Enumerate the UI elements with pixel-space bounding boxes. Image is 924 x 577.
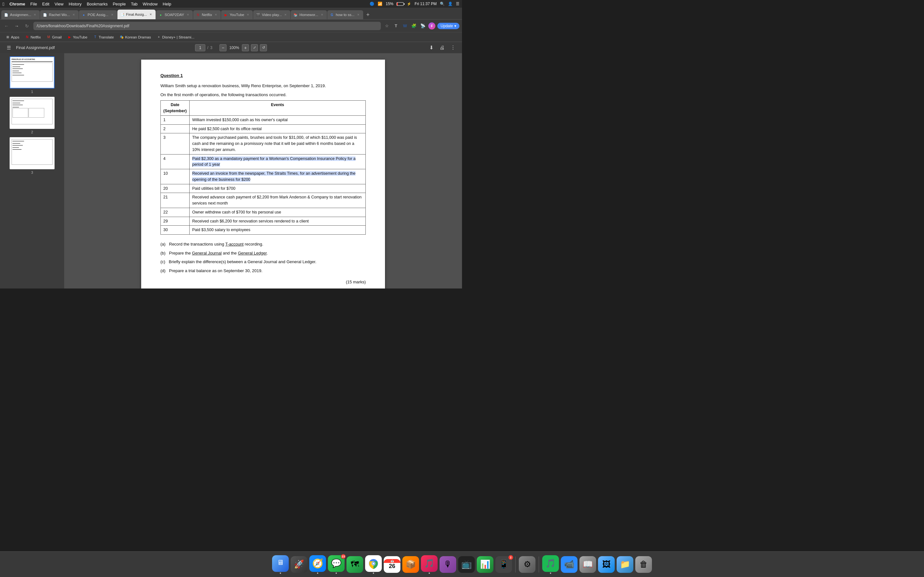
tab-google[interactable]: G how to ss... ✕ — [327, 10, 363, 19]
new-tab-button[interactable]: + — [363, 10, 373, 19]
update-button[interactable]: Update ▾ — [437, 23, 459, 29]
sub-question-b: (b) Prepare the General Journal and the … — [160, 250, 366, 256]
tab-close-icon[interactable]: ✕ — [283, 13, 288, 17]
battery-text: 15% — [386, 2, 393, 6]
control-center-icon[interactable]: ☰ — [456, 2, 459, 6]
date-cell: 4 — [161, 154, 190, 169]
tab-close-icon[interactable]: ✕ — [356, 13, 360, 17]
word-icon[interactable]: W — [401, 23, 409, 29]
tab-close-icon[interactable]: ✕ — [71, 13, 76, 17]
tab-favicon: 📚 — [293, 13, 298, 17]
question-title: Question 1 — [160, 73, 366, 79]
bookmark-translate[interactable]: T Translate — [91, 34, 116, 40]
menu-help[interactable]: Help — [163, 2, 171, 6]
app-name[interactable]: Chrome — [9, 2, 25, 6]
thumbnail-1[interactable]: PRINCIPLES OF ACCOUNTING ▬▬▬▬▬▬▬▬▬ ▬▬▬▬▬… — [2, 56, 62, 93]
reader-mode-icon[interactable]: T — [393, 23, 399, 29]
menu-history[interactable]: History — [69, 2, 81, 6]
tab-soap2day[interactable]: ● SOAP2DAY ✕ — [156, 10, 193, 19]
event-cell: Received advance cash payment of $2,200 … — [189, 193, 365, 208]
zoom-out-button[interactable]: − — [220, 44, 226, 51]
bookmark-label: YouTube — [73, 35, 87, 39]
clock: Fri 11:37 PM — [415, 2, 437, 6]
download-button[interactable]: ⬇ — [427, 44, 435, 52]
forward-button[interactable]: → — [13, 22, 21, 30]
extension-icon[interactable]: 🧩 — [410, 23, 417, 29]
bookmark-disney[interactable]: + Disney+ | Streami... — [154, 34, 196, 40]
bookmark-star-icon[interactable]: ☆ — [383, 23, 391, 29]
fit-page-button[interactable]: ⤢ — [251, 44, 258, 51]
zoom-in-button[interactable]: + — [242, 44, 249, 51]
bluetooth-icon: 🔵 — [370, 2, 375, 6]
event-cell: Owner withdrew cash of $700 for his pers… — [189, 208, 365, 217]
tab-netflix[interactable]: N Netflix ✕ — [193, 10, 221, 19]
pdf-main-content: Question 1 William Smith setup a renovat… — [64, 53, 462, 288]
search-icon[interactable]: 🔍 — [440, 2, 445, 6]
reload-button[interactable]: ↻ — [23, 22, 31, 30]
tab-close-icon[interactable]: ✕ — [33, 13, 37, 17]
event-cell: Received an invoice from the newspaper, … — [189, 169, 365, 184]
tab-rachel[interactable]: 📄 Rachel Wo... ✕ — [40, 10, 79, 19]
tab-close-icon[interactable]: ✕ — [110, 13, 115, 17]
update-label: Update — [441, 24, 453, 28]
pdf-title: Final Assignment.pdf — [16, 45, 55, 50]
menu-file[interactable]: File — [31, 2, 37, 6]
bookmark-netflix[interactable]: N Netflix — [23, 34, 43, 40]
sub-q-text-d: Prepare a trial balance as on September … — [169, 268, 262, 273]
menu-bar:  Chrome File Edit View History Bookmark… — [0, 0, 462, 8]
tab-close-icon[interactable]: ✕ — [320, 13, 325, 17]
battery-icon — [397, 2, 404, 6]
bookmark-label: Apps — [11, 35, 19, 39]
date-cell: 30 — [161, 226, 190, 235]
back-button[interactable]: ← — [3, 22, 10, 30]
pdf-page-input[interactable] — [195, 44, 205, 51]
tab-homework[interactable]: 📚 Homewor... ✕ — [291, 10, 326, 19]
tab-poe[interactable]: ● POE Assig... ✕ — [79, 10, 117, 19]
pdf-menu-icon[interactable]: ☰ — [5, 44, 12, 51]
tab-label: Rachel Wo... — [49, 13, 70, 17]
menu-tab[interactable]: Tab — [131, 2, 137, 6]
bookmark-gmail[interactable]: M Gmail — [44, 34, 64, 40]
bookmark-label: Gmail — [52, 35, 61, 39]
bookmark-apps[interactable]: ⊞ Apps — [3, 34, 21, 40]
tab-label: Netflix — [202, 13, 212, 17]
menu-bookmarks[interactable]: Bookmarks — [87, 2, 107, 6]
user-icon[interactable]: 👤 — [448, 2, 453, 6]
pdf-viewer: PRINCIPLES OF ACCOUNTING ▬▬▬▬▬▬▬▬▬ ▬▬▬▬▬… — [0, 53, 462, 288]
bookmark-youtube[interactable]: ▶ YouTube — [65, 34, 89, 40]
tab-close-icon[interactable]: ✕ — [186, 13, 190, 17]
menu-edit[interactable]: Edit — [42, 2, 49, 6]
url-input[interactable] — [33, 22, 381, 30]
menu-view[interactable]: View — [55, 2, 63, 6]
tab-final-assignment[interactable]: 📑 Final Assig... ✕ — [118, 10, 156, 19]
profile-avatar[interactable]: F — [428, 23, 435, 29]
apple-menu[interactable]:  — [3, 1, 4, 7]
pdf-sidebar: PRINCIPLES OF ACCOUNTING ▬▬▬▬▬▬▬▬▬ ▬▬▬▬▬… — [0, 53, 64, 288]
tab-video[interactable]: 🎬 Video play... ✕ — [253, 10, 290, 19]
tab-close-icon[interactable]: ✕ — [246, 13, 250, 17]
rotate-button[interactable]: ↺ — [260, 44, 267, 51]
print-button[interactable]: 🖨 — [438, 44, 446, 52]
pdf-page: Question 1 William Smith setup a renovat… — [141, 60, 385, 288]
thumbnail-3[interactable]: ▬▬▬▬▬▬▬▬▬ ▬▬▬▬▬▬ ▬▬▬▬▬▬▬▬ ▬▬▬▬▬ ▬▬▬▬▬▬▬ … — [2, 137, 62, 174]
table-row: 10 Received an invoice from the newspape… — [161, 169, 366, 184]
transactions-table: Date(September) Events 1 William investe… — [160, 100, 366, 235]
tab-close-icon[interactable]: ✕ — [214, 13, 218, 17]
bookmark-korean-dramas[interactable]: 🎭 Korean Dramas — [118, 34, 153, 40]
tab-assignments1[interactable]: 📄 Assignmen... ✕ — [1, 10, 40, 19]
thumbnail-2[interactable]: ▬▬▬▬▬▬▬▬▬ ▬▬▬▬▬▬ ▬▬▬▬▬▬▬▬ ▬▬▬▬▬ 2 — [2, 97, 62, 134]
menu-window[interactable]: Window — [143, 2, 158, 6]
menu-right: 🔵 📶 15% ⚡ Fri 11:37 PM 🔍 👤 ☰ — [370, 2, 459, 6]
intro-text-1: William Smith setup a renovation busines… — [160, 83, 366, 89]
cast-icon[interactable]: 📡 — [419, 23, 426, 29]
table-row: 22 Owner withdrew cash of $700 for his p… — [161, 208, 366, 217]
event-cell: The company purchased paints, brushes an… — [189, 133, 365, 154]
tab-youtube[interactable]: ▶ YouTube ✕ — [221, 10, 253, 19]
menu-people[interactable]: People — [113, 2, 126, 6]
url-bar: ← → ↻ ☆ T W 🧩 📡 F Update ▾ — [0, 19, 462, 32]
date-cell: 1 — [161, 115, 190, 124]
pdf-toolbar-right: ⬇ 🖨 ⋮ — [427, 44, 457, 52]
more-options-button[interactable]: ⋮ — [449, 44, 457, 52]
tab-close-icon[interactable]: ✕ — [149, 12, 153, 17]
sub-q-text-c: Briefly explain the difference(s) betwee… — [169, 259, 317, 264]
